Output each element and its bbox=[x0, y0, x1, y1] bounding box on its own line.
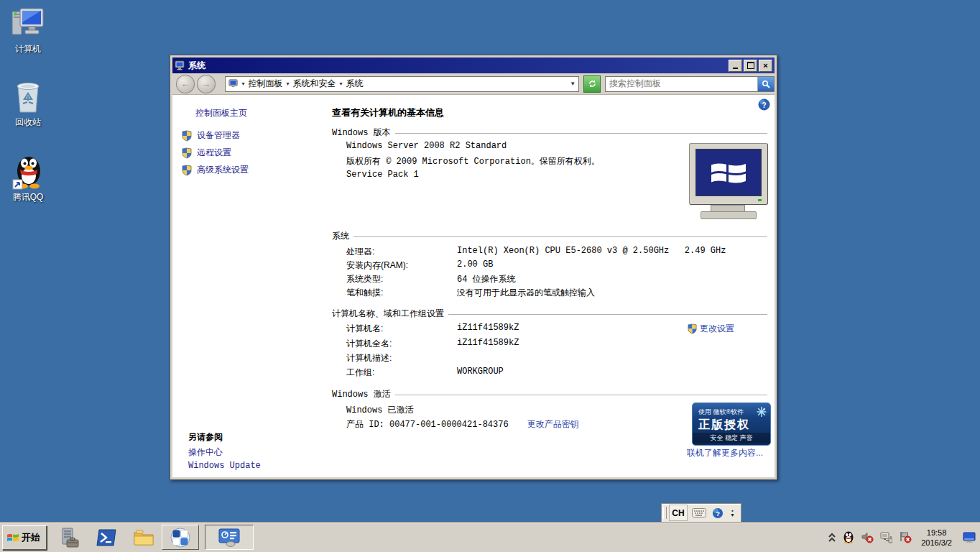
start-button[interactable]: 开始 bbox=[2, 525, 47, 550]
field-value: 没有可用于此显示器的笔或触控输入 bbox=[457, 287, 595, 299]
crumb-control-panel[interactable]: 控制面板 bbox=[249, 78, 283, 90]
maximize-icon bbox=[747, 62, 754, 69]
section-windows-version: Windows 版本 bbox=[332, 126, 767, 139]
tray-expand-button[interactable] bbox=[828, 533, 836, 543]
section-windows-activation: Windows 激活 bbox=[332, 388, 767, 400]
search-icon bbox=[762, 80, 770, 88]
help-icon: ? bbox=[712, 507, 724, 519]
powershell-icon bbox=[96, 529, 116, 546]
tray-volume-muted-icon[interactable] bbox=[861, 531, 874, 543]
system-window: 系统 × ← → ▾ 控制面板 ▾ 系统和安全 ▾ 系统 ▼ 搜索控制面板 bbox=[170, 55, 777, 480]
task-button-system-window[interactable] bbox=[205, 525, 254, 550]
sidebar-item-label: 高级系统设置 bbox=[197, 164, 249, 176]
crumb-system-security[interactable]: 系统和安全 bbox=[293, 78, 336, 90]
section-title: Windows 版本 bbox=[332, 126, 395, 139]
minimize-button[interactable] bbox=[729, 60, 742, 72]
forward-button[interactable]: → bbox=[197, 75, 216, 93]
language-help-button[interactable]: ? bbox=[708, 505, 727, 521]
search-button[interactable] bbox=[757, 77, 774, 91]
crumb-system[interactable]: 系统 bbox=[346, 78, 364, 90]
search-input[interactable]: 搜索控制面板 bbox=[606, 78, 757, 90]
sidebar-link-action-center[interactable]: 操作中心 bbox=[188, 446, 223, 459]
field-label: 计算机描述: bbox=[346, 352, 457, 364]
learn-more-link[interactable]: 联机了解更多内容... bbox=[687, 447, 763, 459]
monitor-base bbox=[701, 211, 757, 219]
language-bar-options-button[interactable]: ▪ ▼ bbox=[730, 509, 735, 518]
row-computer-description: 计算机描述: bbox=[346, 352, 457, 364]
sidebar-item-remote-settings[interactable]: 远程设置 bbox=[181, 147, 231, 159]
language-indicator-button[interactable]: CH bbox=[669, 505, 688, 521]
genuine-microsoft-badge[interactable]: 使用 微软®软件 正版授权 安全 稳定 声誉 bbox=[692, 402, 771, 446]
desktop-icon-recycle-bin[interactable]: 回收站 bbox=[1, 79, 55, 129]
windows-explorer-button[interactable] bbox=[131, 525, 156, 550]
field-value: 2.00 GB bbox=[457, 259, 493, 272]
maximize-button[interactable] bbox=[744, 60, 757, 72]
monitor-frame bbox=[689, 143, 768, 205]
desktop-icon-computer[interactable]: 计算机 bbox=[1, 6, 55, 55]
crumb-arrow-icon[interactable]: ▾ bbox=[242, 80, 245, 87]
clock-time: 19:58 bbox=[921, 528, 952, 538]
field-label: 工作组: bbox=[346, 367, 457, 379]
genuine-star-icon bbox=[756, 406, 767, 418]
tray-network-icon[interactable] bbox=[880, 532, 892, 543]
chevron-up-icon bbox=[828, 533, 836, 543]
qq-penguin-icon bbox=[843, 531, 854, 543]
sidebar-item-advanced-system-settings[interactable]: 高级系统设置 bbox=[181, 164, 249, 176]
system-tray: 19:58 2016/3/2 bbox=[828, 525, 980, 550]
uac-shield-icon bbox=[181, 147, 193, 159]
sidebar-item-control-panel-home[interactable]: 控制面板主页 bbox=[195, 107, 247, 119]
change-settings-link[interactable]: 更改设置 bbox=[687, 323, 734, 335]
page-title: 查看有关计算机的基本信息 bbox=[332, 106, 444, 119]
see-also-heading: 另请参阅 bbox=[188, 431, 223, 443]
address-dropdown-icon[interactable]: ▼ bbox=[570, 80, 575, 87]
crumb-arrow-icon[interactable]: ▾ bbox=[340, 80, 343, 87]
field-label: 系统类型: bbox=[346, 273, 457, 285]
uac-shield-icon bbox=[181, 165, 193, 176]
help-button[interactable]: ? bbox=[758, 98, 770, 113]
breadcrumb-computer-icon bbox=[228, 79, 239, 88]
section-rule bbox=[353, 236, 767, 237]
field-value: 64 位操作系统 bbox=[457, 273, 516, 285]
field-label: 笔和触摸: bbox=[346, 287, 457, 299]
close-button[interactable]: × bbox=[759, 60, 772, 72]
row-memory: 安装内存(RAM): 2.00 GB bbox=[346, 259, 493, 272]
keyboard-layout-button[interactable] bbox=[690, 505, 708, 521]
field-value: iZ11f41589kZ bbox=[457, 323, 519, 335]
activation-status: Windows 已激活 bbox=[346, 404, 414, 416]
language-bar-grip[interactable] bbox=[663, 507, 667, 519]
windows-start-flag-icon bbox=[6, 532, 19, 543]
field-value: Intel(R) Xeon(R) CPU E5-2680 v3 @ 2.50GH… bbox=[457, 246, 726, 258]
copyright-line: 版权所有 © 2009 Microsoft Corporation。保留所有权利… bbox=[346, 155, 600, 167]
refresh-button[interactable] bbox=[583, 75, 601, 93]
sidebar-link-windows-update[interactable]: Windows Update bbox=[188, 461, 261, 471]
show-desktop-button[interactable] bbox=[961, 525, 977, 550]
section-computer-name: 计算机名称、域和工作组设置 bbox=[332, 308, 767, 320]
help-icon: ? bbox=[758, 98, 770, 111]
row-computer-fullname: 计算机全名: iZ11f41589kZ bbox=[346, 338, 519, 350]
titlebar[interactable]: 系统 × bbox=[172, 58, 775, 73]
tray-action-center-icon[interactable] bbox=[899, 531, 912, 543]
svg-text:?: ? bbox=[762, 101, 766, 109]
breadcrumb[interactable]: ▾ 控制面板 ▾ 系统和安全 ▾ 系统 ▼ bbox=[225, 76, 580, 92]
crumb-arrow-icon[interactable]: ▾ bbox=[287, 80, 290, 87]
computer-icon bbox=[11, 6, 45, 42]
section-title: Windows 激活 bbox=[332, 388, 395, 400]
speaker-muted-icon bbox=[861, 531, 874, 543]
change-product-key-link[interactable]: 更改产品密钥 bbox=[527, 418, 579, 431]
back-button[interactable]: ← bbox=[176, 75, 195, 93]
taskbar-clock[interactable]: 19:58 2016/3/2 bbox=[921, 528, 952, 548]
search-box[interactable]: 搜索控制面板 bbox=[605, 76, 775, 92]
clock-date: 2016/3/2 bbox=[921, 538, 952, 548]
sidebar-item-device-manager[interactable]: 设备管理器 bbox=[181, 129, 240, 142]
show-desktop-icon bbox=[963, 532, 976, 543]
server-manager-button[interactable] bbox=[57, 525, 81, 550]
powershell-button[interactable] bbox=[94, 525, 119, 550]
service-pack-line: Service Pack 1 bbox=[346, 170, 419, 180]
task-button-app[interactable] bbox=[162, 525, 199, 550]
tray-qq-icon[interactable] bbox=[843, 531, 854, 543]
server-manager-icon bbox=[58, 527, 80, 548]
product-id-row: 产品 ID: 00477-001-0000421-84376 更改产品密钥 bbox=[346, 418, 579, 431]
desktop-icon-qq[interactable]: 腾讯QQ bbox=[1, 152, 55, 203]
language-bar: CH ? ▪ ▼ bbox=[661, 503, 741, 523]
main-area: 控制面板主页 设备管理器 远程设置 高级系统设置 另请参阅 操作中心 bbox=[172, 95, 775, 477]
